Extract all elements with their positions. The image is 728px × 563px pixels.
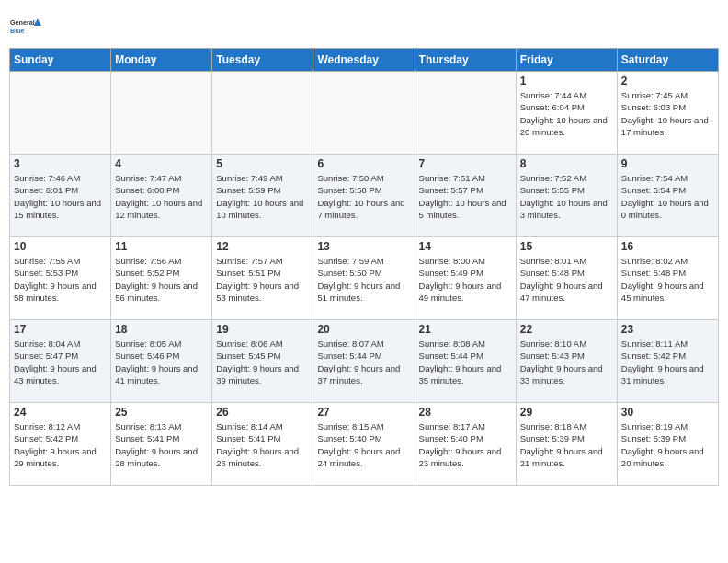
day-number: 17 bbox=[14, 323, 107, 336]
day-info: Sunrise: 8:07 AM Sunset: 5:44 PM Dayligh… bbox=[317, 338, 410, 386]
day-info: Sunrise: 8:05 AM Sunset: 5:46 PM Dayligh… bbox=[115, 338, 208, 386]
day-number: 22 bbox=[520, 323, 613, 336]
day-info: Sunrise: 7:46 AM Sunset: 6:01 PM Dayligh… bbox=[14, 172, 107, 221]
calendar-cell: 10Sunrise: 7:55 AM Sunset: 5:53 PM Dayli… bbox=[10, 237, 111, 320]
calendar-cell: 27Sunrise: 8:15 AM Sunset: 5:40 PM Dayli… bbox=[313, 403, 415, 486]
weekday-header-tuesday: Tuesday bbox=[212, 49, 313, 72]
day-number: 25 bbox=[115, 406, 208, 419]
day-info: Sunrise: 8:15 AM Sunset: 5:40 PM Dayligh… bbox=[317, 420, 410, 469]
day-number: 20 bbox=[317, 323, 410, 336]
weekday-header-monday: Monday bbox=[111, 49, 212, 72]
day-number: 11 bbox=[115, 240, 208, 253]
day-number: 28 bbox=[419, 406, 512, 419]
calendar-cell: 11Sunrise: 7:56 AM Sunset: 5:52 PM Dayli… bbox=[111, 237, 212, 320]
calendar-cell bbox=[212, 72, 313, 155]
day-info: Sunrise: 8:12 AM Sunset: 5:42 PM Dayligh… bbox=[14, 420, 107, 469]
calendar-cell: 25Sunrise: 8:13 AM Sunset: 5:41 PM Dayli… bbox=[111, 403, 212, 486]
day-number: 9 bbox=[621, 157, 714, 170]
day-info: Sunrise: 8:06 AM Sunset: 5:45 PM Dayligh… bbox=[216, 338, 309, 386]
day-info: Sunrise: 8:19 AM Sunset: 5:39 PM Dayligh… bbox=[621, 420, 714, 469]
day-number: 3 bbox=[14, 157, 107, 170]
day-info: Sunrise: 7:47 AM Sunset: 6:00 PM Dayligh… bbox=[115, 172, 208, 221]
calendar-cell: 24Sunrise: 8:12 AM Sunset: 5:42 PM Dayli… bbox=[10, 403, 111, 486]
day-number: 16 bbox=[621, 240, 714, 253]
day-number: 8 bbox=[520, 157, 613, 170]
calendar-cell: 6Sunrise: 7:50 AM Sunset: 5:58 PM Daylig… bbox=[313, 155, 415, 237]
day-info: Sunrise: 8:11 AM Sunset: 5:42 PM Dayligh… bbox=[621, 338, 714, 386]
calendar-cell: 1Sunrise: 7:44 AM Sunset: 6:04 PM Daylig… bbox=[516, 72, 617, 155]
calendar-cell: 16Sunrise: 8:02 AM Sunset: 5:48 PM Dayli… bbox=[617, 237, 718, 320]
day-number: 21 bbox=[419, 323, 512, 336]
day-info: Sunrise: 8:00 AM Sunset: 5:49 PM Dayligh… bbox=[419, 255, 512, 304]
calendar-cell bbox=[10, 72, 111, 155]
day-info: Sunrise: 8:17 AM Sunset: 5:40 PM Dayligh… bbox=[419, 420, 512, 469]
calendar-cell: 13Sunrise: 7:59 AM Sunset: 5:50 PM Dayli… bbox=[313, 237, 415, 320]
calendar-cell: 3Sunrise: 7:46 AM Sunset: 6:01 PM Daylig… bbox=[10, 155, 111, 237]
calendar-cell: 14Sunrise: 8:00 AM Sunset: 5:49 PM Dayli… bbox=[415, 237, 516, 320]
day-number: 5 bbox=[216, 157, 309, 170]
day-info: Sunrise: 7:50 AM Sunset: 5:58 PM Dayligh… bbox=[317, 172, 410, 221]
day-number: 15 bbox=[520, 240, 613, 253]
day-info: Sunrise: 8:14 AM Sunset: 5:41 PM Dayligh… bbox=[216, 420, 309, 469]
day-number: 10 bbox=[14, 240, 107, 253]
day-info: Sunrise: 7:45 AM Sunset: 6:03 PM Dayligh… bbox=[621, 89, 714, 138]
calendar-cell: 12Sunrise: 7:57 AM Sunset: 5:51 PM Dayli… bbox=[212, 237, 313, 320]
page-header: GeneralBlue bbox=[9, 9, 719, 42]
calendar-cell: 23Sunrise: 8:11 AM Sunset: 5:42 PM Dayli… bbox=[617, 320, 718, 403]
calendar-cell bbox=[415, 72, 516, 155]
day-number: 14 bbox=[419, 240, 512, 253]
calendar-cell: 30Sunrise: 8:19 AM Sunset: 5:39 PM Dayli… bbox=[617, 403, 718, 486]
calendar-cell bbox=[313, 72, 415, 155]
calendar-cell: 2Sunrise: 7:45 AM Sunset: 6:03 PM Daylig… bbox=[617, 72, 718, 155]
day-number: 29 bbox=[520, 406, 613, 419]
calendar-cell bbox=[111, 72, 212, 155]
day-number: 27 bbox=[317, 406, 410, 419]
day-info: Sunrise: 7:59 AM Sunset: 5:50 PM Dayligh… bbox=[317, 255, 410, 304]
day-info: Sunrise: 7:49 AM Sunset: 5:59 PM Dayligh… bbox=[216, 172, 309, 221]
day-info: Sunrise: 7:44 AM Sunset: 6:04 PM Dayligh… bbox=[520, 89, 613, 138]
day-number: 23 bbox=[621, 323, 714, 336]
calendar-cell: 19Sunrise: 8:06 AM Sunset: 5:45 PM Dayli… bbox=[212, 320, 313, 403]
weekday-header-thursday: Thursday bbox=[415, 49, 516, 72]
calendar-cell: 4Sunrise: 7:47 AM Sunset: 6:00 PM Daylig… bbox=[111, 155, 212, 237]
day-info: Sunrise: 8:04 AM Sunset: 5:47 PM Dayligh… bbox=[14, 338, 107, 386]
calendar-cell: 9Sunrise: 7:54 AM Sunset: 5:54 PM Daylig… bbox=[617, 155, 718, 237]
day-info: Sunrise: 7:52 AM Sunset: 5:55 PM Dayligh… bbox=[520, 172, 613, 221]
day-info: Sunrise: 7:55 AM Sunset: 5:53 PM Dayligh… bbox=[14, 255, 107, 304]
day-info: Sunrise: 7:51 AM Sunset: 5:57 PM Dayligh… bbox=[419, 172, 512, 221]
calendar-cell: 5Sunrise: 7:49 AM Sunset: 5:59 PM Daylig… bbox=[212, 155, 313, 237]
day-info: Sunrise: 8:02 AM Sunset: 5:48 PM Dayligh… bbox=[621, 255, 714, 304]
day-info: Sunrise: 8:01 AM Sunset: 5:48 PM Dayligh… bbox=[520, 255, 613, 304]
day-number: 1 bbox=[520, 75, 613, 87]
svg-text:Blue: Blue bbox=[10, 27, 25, 35]
calendar-table: SundayMondayTuesdayWednesdayThursdayFrid… bbox=[9, 48, 719, 486]
calendar-cell: 17Sunrise: 8:04 AM Sunset: 5:47 PM Dayli… bbox=[10, 320, 111, 403]
day-info: Sunrise: 8:10 AM Sunset: 5:43 PM Dayligh… bbox=[520, 338, 613, 386]
day-number: 12 bbox=[216, 240, 309, 253]
svg-text:General: General bbox=[10, 18, 35, 27]
day-info: Sunrise: 8:08 AM Sunset: 5:44 PM Dayligh… bbox=[419, 338, 512, 386]
calendar-cell: 8Sunrise: 7:52 AM Sunset: 5:55 PM Daylig… bbox=[516, 155, 617, 237]
day-info: Sunrise: 8:13 AM Sunset: 5:41 PM Dayligh… bbox=[115, 420, 208, 469]
day-info: Sunrise: 8:18 AM Sunset: 5:39 PM Dayligh… bbox=[520, 420, 613, 469]
day-info: Sunrise: 7:57 AM Sunset: 5:51 PM Dayligh… bbox=[216, 255, 309, 304]
day-info: Sunrise: 7:54 AM Sunset: 5:54 PM Dayligh… bbox=[621, 172, 714, 221]
calendar-cell: 18Sunrise: 8:05 AM Sunset: 5:46 PM Dayli… bbox=[111, 320, 212, 403]
day-number: 4 bbox=[115, 157, 208, 170]
day-number: 6 bbox=[317, 157, 410, 170]
day-number: 7 bbox=[419, 157, 512, 170]
calendar-cell: 29Sunrise: 8:18 AM Sunset: 5:39 PM Dayli… bbox=[516, 403, 617, 486]
logo: GeneralBlue bbox=[9, 9, 42, 42]
weekday-header-saturday: Saturday bbox=[617, 49, 718, 72]
calendar-cell: 22Sunrise: 8:10 AM Sunset: 5:43 PM Dayli… bbox=[516, 320, 617, 403]
calendar-cell: 28Sunrise: 8:17 AM Sunset: 5:40 PM Dayli… bbox=[415, 403, 516, 486]
day-number: 19 bbox=[216, 323, 309, 336]
svg-marker-2 bbox=[34, 18, 41, 26]
calendar-cell: 7Sunrise: 7:51 AM Sunset: 5:57 PM Daylig… bbox=[415, 155, 516, 237]
day-number: 26 bbox=[216, 406, 309, 419]
day-number: 18 bbox=[115, 323, 208, 336]
day-number: 30 bbox=[621, 406, 714, 419]
calendar-cell: 26Sunrise: 8:14 AM Sunset: 5:41 PM Dayli… bbox=[212, 403, 313, 486]
day-number: 24 bbox=[14, 406, 107, 419]
calendar-cell: 15Sunrise: 8:01 AM Sunset: 5:48 PM Dayli… bbox=[516, 237, 617, 320]
